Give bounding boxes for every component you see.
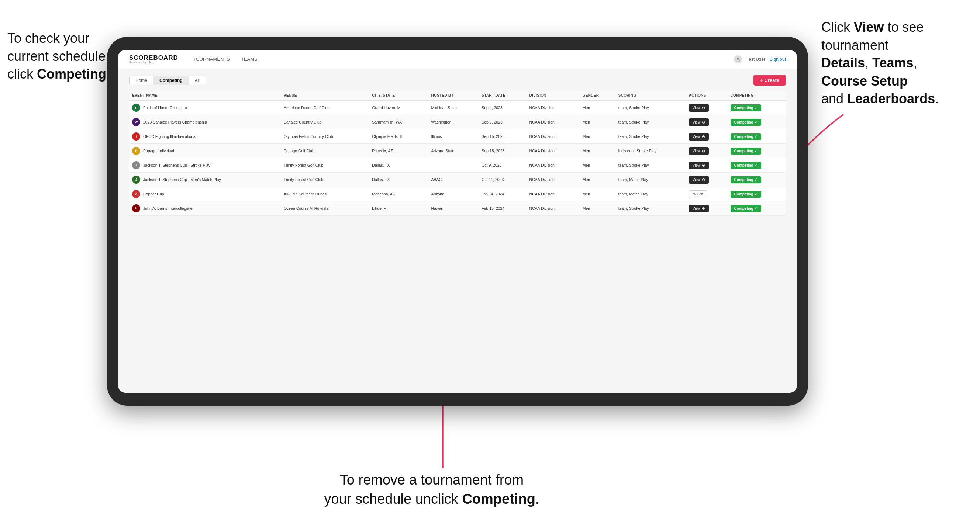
sign-out-link[interactable]: Sign out [770, 57, 786, 62]
view-button[interactable]: View ⊙ [689, 133, 709, 141]
table-row: J Jackson T. Stephens Cup - Men's Match … [129, 173, 786, 187]
competing-cell: Competing ✓ [728, 158, 786, 173]
col-event-name: EVENT NAME [129, 91, 281, 100]
start-date: Sep 9, 2023 [479, 115, 526, 129]
venue: American Dunes Golf Club [281, 100, 369, 115]
view-button[interactable]: View ⊙ [689, 104, 709, 112]
col-division: DIVISION [527, 91, 580, 100]
col-city-state: CITY, STATE [369, 91, 428, 100]
event-name-text: John A. Burns Intercollegiate [143, 206, 192, 211]
venue: Papago Golf Club [281, 144, 369, 158]
scoring: individual, Stroke Play [616, 144, 686, 158]
view-button[interactable]: View ⊙ [689, 147, 709, 155]
event-name-cell: W 2023 Sahalee Players Championship [129, 115, 281, 129]
user-icon [734, 55, 742, 63]
tournaments-table: EVENT NAME VENUE CITY, STATE HOSTED BY S… [129, 91, 786, 216]
tab-home[interactable]: Home [129, 76, 153, 85]
city-state: Olympia Fields, IL [369, 129, 428, 144]
filter-tabs: Home Competing All [129, 76, 206, 85]
gender: Men [580, 158, 616, 173]
event-name-text: 2023 Sahalee Players Championship [143, 120, 207, 124]
city-state: Phoenix, AZ [369, 144, 428, 158]
venue: Ak-Chin Southern Dunes [281, 187, 369, 202]
gender: Men [580, 144, 616, 158]
division: NCAA Division I [527, 129, 580, 144]
edit-button[interactable]: ✎ Edit [689, 190, 707, 198]
start-date: Sep 4, 2023 [479, 100, 526, 115]
table-row: A Copper Cup Ak-Chin Southern DunesMaric… [129, 187, 786, 202]
scoring: team, Match Play [616, 173, 686, 187]
col-gender: GENDER [580, 91, 616, 100]
hosted-by: Hawaii [428, 202, 479, 216]
user-name: Test User [746, 57, 765, 62]
table-row: I OFCC Fighting Illini Invitational Olym… [129, 129, 786, 144]
hosted-by [428, 158, 479, 173]
tab-competing[interactable]: Competing [153, 76, 189, 85]
view-button[interactable]: View ⊙ [689, 118, 709, 126]
filter-row: Home Competing All + Create [129, 75, 786, 86]
venue: Ocean Course At Hokuala [281, 202, 369, 216]
competing-button[interactable]: Competing ✓ [730, 104, 761, 111]
actions-cell: View ⊙ [686, 173, 728, 187]
division: NCAA Division I [527, 115, 580, 129]
competing-button[interactable]: Competing ✓ [730, 148, 761, 154]
competing-cell: Competing ✓ [728, 202, 786, 216]
city-state: Maricopa, AZ [369, 187, 428, 202]
city-state: Dallas, TX [369, 173, 428, 187]
division: NCAA Division I [527, 100, 580, 115]
competing-button[interactable]: Competing ✓ [730, 205, 761, 212]
event-name-cell: F Folds of Honor Collegiate [129, 100, 281, 115]
event-name-text: Jackson T. Stephens Cup - Stroke Play [143, 163, 210, 167]
venue: Olympia Fields Country Club [281, 129, 369, 144]
tab-all[interactable]: All [189, 76, 205, 85]
table-row: F Folds of Honor Collegiate American Dun… [129, 100, 786, 115]
view-button[interactable]: View ⊙ [689, 176, 709, 184]
nav-links: TOURNAMENTS TEAMS [193, 55, 734, 63]
event-name-text: Copper Cup [143, 192, 164, 196]
table-row: J Jackson T. Stephens Cup - Stroke Play … [129, 158, 786, 173]
venue: Trinity Forest Golf Club [281, 158, 369, 173]
view-button[interactable]: View ⊙ [689, 162, 709, 169]
event-name-cell: P Papago Individual [129, 144, 281, 158]
competing-button[interactable]: Competing ✓ [730, 162, 761, 169]
table-row: W 2023 Sahalee Players Championship Saha… [129, 115, 786, 129]
scoring: team, Stroke Play [616, 100, 686, 115]
city-state: Sammamish, WA [369, 115, 428, 129]
hosted-by: Washington [428, 115, 479, 129]
competing-cell: Competing ✓ [728, 100, 786, 115]
nav-bar: SCOREBOARD Powered by clipp TOURNAMENTS … [118, 50, 797, 69]
competing-button[interactable]: Competing ✓ [730, 190, 761, 198]
table-wrapper: EVENT NAME VENUE CITY, STATE HOSTED BY S… [129, 91, 786, 387]
scoring: team, Stroke Play [616, 158, 686, 173]
event-name-text: Folds of Honor Collegiate [143, 105, 187, 110]
scoring: team, Stroke Play [616, 115, 686, 129]
svg-point-3 [737, 57, 739, 59]
competing-button[interactable]: Competing ✓ [730, 176, 761, 183]
tablet-screen: SCOREBOARD Powered by clipp TOURNAMENTS … [118, 50, 797, 393]
create-button[interactable]: + Create [753, 75, 786, 86]
city-state: Lihue, HI [369, 202, 428, 216]
col-venue: VENUE [281, 91, 369, 100]
col-start-date: START DATE [479, 91, 526, 100]
division: NCAA Division I [527, 187, 580, 202]
gender: Men [580, 187, 616, 202]
venue: Trinity Forest Golf Club [281, 173, 369, 187]
nav-teams[interactable]: TEAMS [241, 55, 258, 63]
actions-cell: View ⊙ [686, 144, 728, 158]
event-name-cell: I OFCC Fighting Illini Invitational [129, 129, 281, 144]
gender: Men [580, 100, 616, 115]
actions-cell: View ⊙ [686, 129, 728, 144]
division: NCAA Division I [527, 173, 580, 187]
view-button[interactable]: View ⊙ [689, 205, 709, 213]
city-state: Grand Haven, MI [369, 100, 428, 115]
hosted-by: Arizona [428, 187, 479, 202]
annotation-bottom: To remove a tournament from your schedul… [302, 471, 561, 509]
scoring: team, Stroke Play [616, 202, 686, 216]
annotation-top-right: Click View to see tournament Details, Te… [821, 18, 976, 108]
start-date: Sep 18, 2023 [479, 144, 526, 158]
nav-tournaments[interactable]: TOURNAMENTS [193, 55, 230, 63]
competing-cell: Competing ✓ [728, 115, 786, 129]
competing-button[interactable]: Competing ✓ [730, 119, 761, 126]
competing-button[interactable]: Competing ✓ [730, 133, 761, 140]
start-date: Jan 14, 2024 [479, 187, 526, 202]
